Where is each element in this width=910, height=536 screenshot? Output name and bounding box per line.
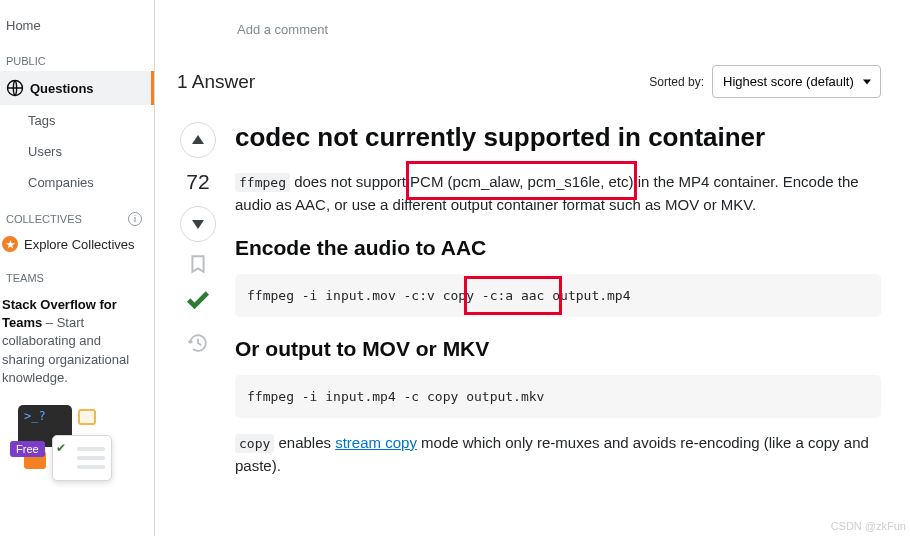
nav-questions[interactable]: Questions <box>0 71 154 105</box>
accepted-check-icon <box>184 286 212 321</box>
sort-controls: Sorted by: Highest score (default) <box>649 65 881 98</box>
globe-icon <box>6 79 24 97</box>
chat-bubble-icon <box>78 409 96 425</box>
highlight-box-aac <box>464 276 562 315</box>
code-block-2: ffmpeg -i input.mp4 -c copy output.mkv <box>235 375 881 418</box>
check-icon: ✔ <box>56 441 66 455</box>
watermark: CSDN @zkFun <box>831 520 906 532</box>
vote-score: 72 <box>186 170 209 194</box>
add-comment-link[interactable]: Add a comment <box>237 0 881 37</box>
bookmark-icon[interactable] <box>188 254 208 274</box>
nav-tags[interactable]: Tags <box>0 105 154 136</box>
answer-paragraph-1: ffmpeg does not support PCM (pcm_alaw, p… <box>235 171 881 216</box>
teams-promo: Stack Overflow for Teams – Start collabo… <box>0 296 154 387</box>
nav-home[interactable]: Home <box>0 10 154 41</box>
nav-questions-label: Questions <box>30 81 94 96</box>
vote-column: 72 <box>177 122 219 481</box>
code-block-1: ffmpeg -i input.mov -c:v copy -c:a aac o… <box>235 274 881 317</box>
history-icon[interactable] <box>188 333 208 353</box>
explore-collectives-label: Explore Collectives <box>24 237 135 252</box>
stream-copy-link[interactable]: stream copy <box>335 434 417 451</box>
highlight-box-pcm <box>406 161 637 200</box>
answers-header: 1 Answer Sorted by: Highest score (defau… <box>177 65 881 98</box>
answer-title: codec not currently supported in contain… <box>235 122 881 153</box>
answers-count: 1 Answer <box>177 71 255 93</box>
main-content: Add a comment 1 Answer Sorted by: Highes… <box>177 0 897 481</box>
sort-select-wrap: Highest score (default) <box>712 65 881 98</box>
collectives-label: COLLECTIVES <box>6 213 82 225</box>
heading-encode-aac: Encode the audio to AAC <box>235 236 881 260</box>
answer-paragraph-2: copy enables stream copy mode which only… <box>235 432 881 477</box>
nav-section-public: PUBLIC <box>0 41 154 71</box>
nav-companies[interactable]: Companies <box>0 167 154 198</box>
upvote-button[interactable] <box>180 122 216 158</box>
free-tag: Free <box>10 441 45 457</box>
sort-select[interactable]: Highest score (default) <box>712 65 881 98</box>
nav-section-collectives: COLLECTIVES i <box>0 198 154 230</box>
downvote-button[interactable] <box>180 206 216 242</box>
answer: 72 codec not currently supported in cont… <box>177 122 881 481</box>
answer-body: codec not currently supported in contain… <box>235 122 881 481</box>
sorted-by-label: Sorted by: <box>649 75 704 89</box>
nav-explore-collectives[interactable]: ★ Explore Collectives <box>0 230 154 258</box>
copy-inline-code: copy <box>235 434 274 453</box>
teams-promo-graphic: >_? ✔ Free <box>18 405 128 475</box>
nav-section-teams: TEAMS <box>0 258 154 288</box>
star-badge-icon: ★ <box>2 236 18 252</box>
ffmpeg-inline-code: ffmpeg <box>235 173 290 192</box>
nav-users[interactable]: Users <box>0 136 154 167</box>
info-icon[interactable]: i <box>128 212 142 226</box>
left-sidebar: Home PUBLIC Questions Tags Users Compani… <box>0 0 155 536</box>
heading-output-mov-mkv: Or output to MOV or MKV <box>235 337 881 361</box>
